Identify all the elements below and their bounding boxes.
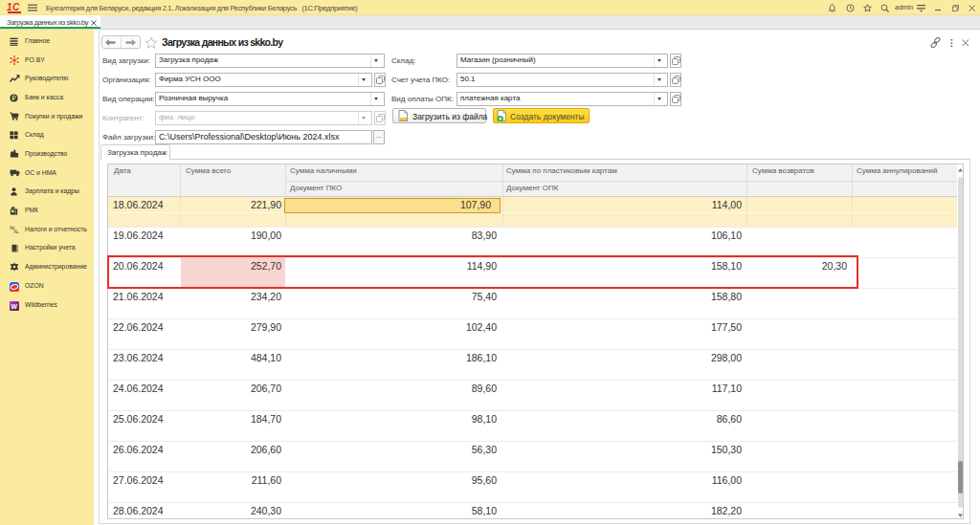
svg-text:‰: ‰ xyxy=(13,229,19,233)
svg-text:W: W xyxy=(11,302,18,309)
